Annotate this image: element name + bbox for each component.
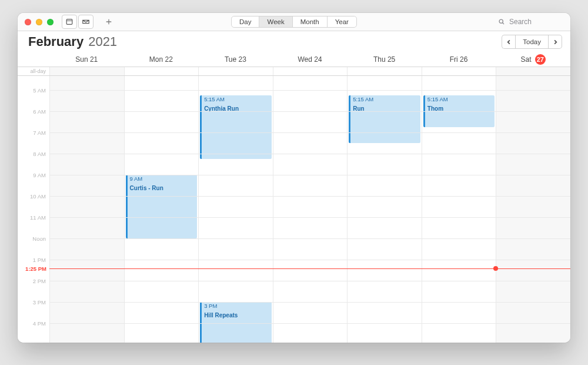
window-controls <box>25 19 54 25</box>
hour-label: 10 AM <box>18 193 49 200</box>
now-line <box>49 268 570 269</box>
hour-line <box>49 281 570 281</box>
day-of-week-label: Wed 24 <box>298 55 322 64</box>
hour-line <box>49 154 570 154</box>
day-header-row: Sun 21Mon 22Tue 23Wed 24Thu 25Fri 26Sat … <box>18 52 570 67</box>
hour-line <box>49 238 570 239</box>
hour-label: Noon <box>18 235 49 242</box>
all-day-cell[interactable] <box>124 67 199 75</box>
view-tab-day[interactable]: Day <box>232 16 259 27</box>
now-time-label: 1:25 PM <box>18 266 49 272</box>
all-day-cell[interactable] <box>273 67 348 75</box>
view-tab-year[interactable]: Year <box>328 16 356 27</box>
year-label: 2021 <box>88 34 117 49</box>
all-day-cell[interactable] <box>347 67 422 75</box>
now-dot <box>493 266 498 271</box>
calendars-toggle-button[interactable] <box>62 15 77 29</box>
hour-label: 8 AM <box>18 151 49 157</box>
hour-line <box>49 302 570 303</box>
view-tab-week[interactable]: Week <box>260 16 293 27</box>
zoom-window-button[interactable] <box>47 19 54 25</box>
hour-line <box>49 217 570 218</box>
hour-label: 4 PM <box>18 320 49 327</box>
day-of-week-label: Mon 22 <box>149 55 173 64</box>
day-of-week-label: Sun 21 <box>75 55 98 64</box>
day-of-week-label: Tue 23 <box>225 55 246 64</box>
inbox-button[interactable] <box>78 15 93 29</box>
today-button[interactable]: Today <box>515 35 549 49</box>
all-day-row: all-day <box>18 67 570 76</box>
day-header-mon[interactable]: Mon 22 <box>124 55 199 64</box>
svg-point-4 <box>499 19 503 23</box>
day-of-week-label: Sat <box>521 55 533 64</box>
day-header-fri[interactable]: Fri 26 <box>422 55 496 64</box>
hour-label: 5 AM <box>18 87 49 94</box>
hour-label: 2 PM <box>18 278 49 284</box>
svg-rect-0 <box>66 19 72 25</box>
day-header-sat[interactable]: Sat 27 <box>496 54 570 65</box>
hour-label: 7 AM <box>18 130 49 136</box>
day-of-week-label: Fri 26 <box>450 55 468 64</box>
toolbar-button-group <box>62 15 93 29</box>
view-tab-month[interactable]: Month <box>293 16 328 27</box>
chevron-left-icon <box>506 39 512 45</box>
month-year-title: February 2021 <box>28 34 117 49</box>
all-day-cell[interactable] <box>496 67 570 75</box>
svg-line-5 <box>503 23 504 24</box>
hour-line <box>49 196 570 197</box>
calendar-window: Day Week Month Year February 2021 Today <box>18 13 570 343</box>
calendars-icon <box>65 18 74 26</box>
hour-label: 9 AM <box>18 172 49 178</box>
hour-line <box>49 90 570 91</box>
plus-icon <box>105 18 112 25</box>
time-gutter-col: 5 AM6 AM7 AM8 AM9 AM10 AM11 AMNoon1 PM2 … <box>18 76 49 343</box>
day-header-thu[interactable]: Thu 25 <box>347 55 422 64</box>
week-nav-group: Today <box>502 35 562 49</box>
chevron-right-icon <box>553 39 558 45</box>
hour-label: 3 PM <box>18 299 49 306</box>
hour-label: 1 PM <box>18 257 49 263</box>
all-day-cell[interactable] <box>422 67 496 75</box>
all-day-cell[interactable] <box>49 67 124 75</box>
hour-line <box>49 175 570 175</box>
search-field[interactable] <box>498 17 563 26</box>
week-grid-scroll-area[interactable]: 5 AM6 AM7 AM8 AM9 AM10 AM11 AMNoon1 PM2 … <box>18 76 570 343</box>
header-bar: February 2021 Today <box>18 31 570 52</box>
day-header-sun[interactable]: Sun 21 <box>49 55 124 64</box>
day-of-week-label: Thu 25 <box>373 55 395 64</box>
hour-line <box>49 111 570 112</box>
prev-week-button[interactable] <box>502 35 515 49</box>
view-segmented-control: Day Week Month Year <box>231 16 357 28</box>
titlebar: Day Week Month Year <box>18 13 570 31</box>
search-icon <box>498 18 505 25</box>
search-input[interactable] <box>508 17 563 26</box>
hour-lines-overlay <box>49 76 570 343</box>
hour-label: 11 AM <box>18 214 49 221</box>
today-date-badge: 27 <box>535 54 546 65</box>
all-day-cell[interactable] <box>198 67 273 75</box>
day-header-wed[interactable]: Wed 24 <box>273 55 348 64</box>
month-label: February <box>28 34 83 49</box>
hour-line <box>49 132 570 133</box>
hour-label: 6 AM <box>18 108 49 115</box>
close-window-button[interactable] <box>25 19 31 25</box>
next-week-button[interactable] <box>549 35 562 49</box>
minimize-window-button[interactable] <box>36 19 42 25</box>
inbox-icon <box>82 18 90 26</box>
hour-line <box>49 260 570 260</box>
day-header-tue[interactable]: Tue 23 <box>198 55 273 64</box>
add-event-button[interactable] <box>103 15 115 28</box>
all-day-label: all-day <box>18 67 49 75</box>
hour-line <box>49 323 570 324</box>
